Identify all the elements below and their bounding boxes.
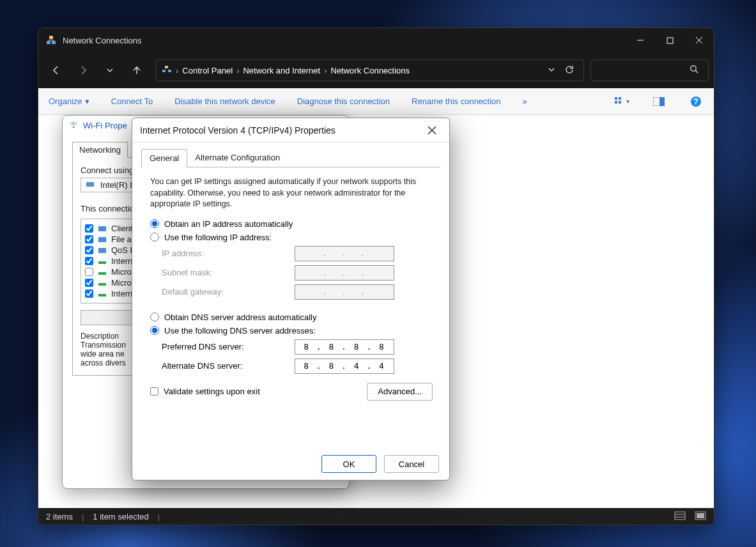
cmd-diagnose[interactable]: Diagnose this connection (297, 96, 390, 106)
dialog-close-button[interactable] (422, 121, 442, 140)
nav-recent-dropdown[interactable] (97, 58, 123, 83)
radio-ip-auto-label: Obtain an IP address automatically (164, 219, 293, 229)
cmd-rename[interactable]: Rename this connection (412, 96, 500, 106)
cancel-button[interactable]: Cancel (384, 455, 439, 473)
svg-rect-21 (98, 261, 106, 264)
svg-rect-13 (660, 97, 665, 106)
ipv4-properties-dialog: Internet Protocol Version 4 (TCP/IPv4) P… (132, 118, 450, 481)
svg-rect-3 (667, 38, 673, 43)
item-checkbox[interactable] (85, 289, 93, 298)
svg-rect-27 (697, 513, 704, 518)
svg-rect-22 (98, 272, 106, 275)
protocol-icon (97, 268, 107, 276)
nav-forward-button[interactable] (70, 58, 96, 83)
search-box[interactable] (590, 59, 709, 81)
default-gateway-input (295, 284, 394, 300)
preview-pane-button[interactable] (651, 94, 667, 109)
status-item-count: 2 items (46, 512, 73, 521)
window-maximize-button[interactable] (655, 28, 684, 52)
breadcrumb-control-panel[interactable]: Control Panel (182, 66, 233, 75)
svg-rect-9 (619, 97, 621, 100)
breadcrumb-network-internet[interactable]: Network and Internet (243, 66, 320, 75)
radio-ip-manual-label: Use the following IP address: (164, 233, 272, 242)
service-icon (97, 236, 107, 243)
status-view-large-icon[interactable] (695, 511, 706, 522)
subnet-mask-input (295, 265, 394, 281)
advanced-button[interactable]: Advanced... (367, 383, 433, 401)
ipv4-help-text: You can get IP settings assigned automat… (150, 176, 433, 210)
nav-back-button[interactable] (43, 58, 69, 83)
svg-rect-17 (86, 182, 94, 187)
svg-rect-23 (98, 283, 106, 286)
ipv4-titlebar: Internet Protocol Version 4 (TCP/IPv4) P… (132, 118, 449, 143)
chevron-right-icon: › (236, 66, 239, 75)
wifi-dialog-title: Wi-Fi Prope (83, 121, 127, 130)
wifi-icon (69, 120, 78, 131)
address-dropdown-icon[interactable] (548, 66, 555, 75)
subnet-mask-label: Subnet mask: (162, 268, 295, 277)
chevron-right-icon: › (176, 66, 178, 75)
window-minimize-button[interactable] (626, 28, 655, 52)
radio-ip-manual[interactable] (150, 233, 159, 242)
item-checkbox[interactable] (85, 268, 93, 276)
status-separator: | (82, 512, 84, 521)
svg-rect-4 (162, 70, 166, 72)
ipv4-dialog-footer: OK Cancel (132, 448, 449, 480)
dropdown-caret-icon: ▾ (626, 98, 629, 105)
svg-point-16 (73, 126, 75, 128)
command-bar: Organize ▾ Connect To Disable this netwo… (38, 88, 714, 115)
wifi-tab-networking[interactable]: Networking (72, 142, 128, 158)
protocol-icon (97, 258, 107, 265)
explorer-window: Network Connections › Control Panel › Ne… (38, 27, 714, 525)
radio-dns-manual[interactable] (150, 326, 159, 335)
explorer-navrow: › Control Panel › Network and Internet ›… (38, 52, 714, 88)
tab-general[interactable]: General (141, 149, 187, 167)
item-checkbox[interactable] (85, 235, 93, 243)
window-close-button[interactable] (684, 28, 714, 52)
protocol-icon (97, 279, 107, 287)
nav-up-button[interactable] (124, 58, 150, 83)
radio-dns-auto-label: Obtain DNS server address automatically (164, 312, 316, 322)
radio-dns-auto[interactable] (150, 312, 159, 321)
item-checkbox[interactable] (85, 224, 93, 233)
address-bar[interactable]: › Control Panel › Network and Internet ›… (156, 59, 584, 81)
svg-rect-11 (619, 101, 621, 104)
ok-button[interactable]: OK (321, 455, 376, 473)
qos-icon (97, 247, 107, 254)
cmd-overflow[interactable]: » (523, 96, 527, 106)
explorer-titlebar: Network Connections (38, 28, 714, 52)
alternate-dns-input[interactable] (295, 358, 394, 374)
validate-on-exit-checkbox[interactable] (150, 387, 158, 396)
cmd-connect-to[interactable]: Connect To (111, 96, 153, 106)
svg-rect-24 (98, 294, 106, 297)
svg-rect-5 (168, 70, 171, 72)
status-separator: | (158, 512, 160, 521)
ipv4-dialog-title: Internet Protocol Version 4 (TCP/IPv4) P… (140, 125, 422, 135)
preferred-dns-label: Preferred DNS server: (162, 342, 295, 351)
cmd-organize[interactable]: Organize ▾ (49, 96, 89, 106)
cmd-disable-device[interactable]: Disable this network device (174, 96, 275, 106)
svg-rect-20 (98, 248, 106, 253)
adapter-icon (85, 180, 95, 190)
alternate-dns-label: Alternate DNS server: (162, 361, 295, 371)
help-button[interactable]: ? (688, 94, 704, 109)
search-icon (690, 65, 699, 76)
radio-ip-auto[interactable] (150, 219, 159, 228)
validate-on-exit-label: Validate settings upon exit (164, 387, 260, 396)
address-refresh-button[interactable] (564, 65, 575, 77)
status-view-details-icon[interactable] (674, 511, 686, 522)
ip-address-input (295, 246, 394, 261)
status-selected-count: 1 item selected (93, 512, 148, 521)
ipv4-tabstrip: General Alternate Configuration (141, 149, 440, 167)
tab-alternate-configuration[interactable]: Alternate Configuration (187, 149, 288, 167)
breadcrumb-network-connections[interactable]: Network Connections (331, 66, 410, 75)
view-options-button[interactable]: ▾ (614, 94, 629, 109)
item-checkbox[interactable] (85, 257, 93, 265)
item-checkbox[interactable] (85, 246, 93, 254)
svg-rect-2 (49, 36, 53, 39)
preferred-dns-input[interactable] (295, 339, 394, 355)
item-checkbox[interactable] (85, 279, 93, 287)
default-gateway-label: Default gateway: (162, 287, 295, 297)
svg-text:?: ? (693, 96, 698, 106)
dropdown-caret-icon: ▾ (85, 96, 89, 106)
